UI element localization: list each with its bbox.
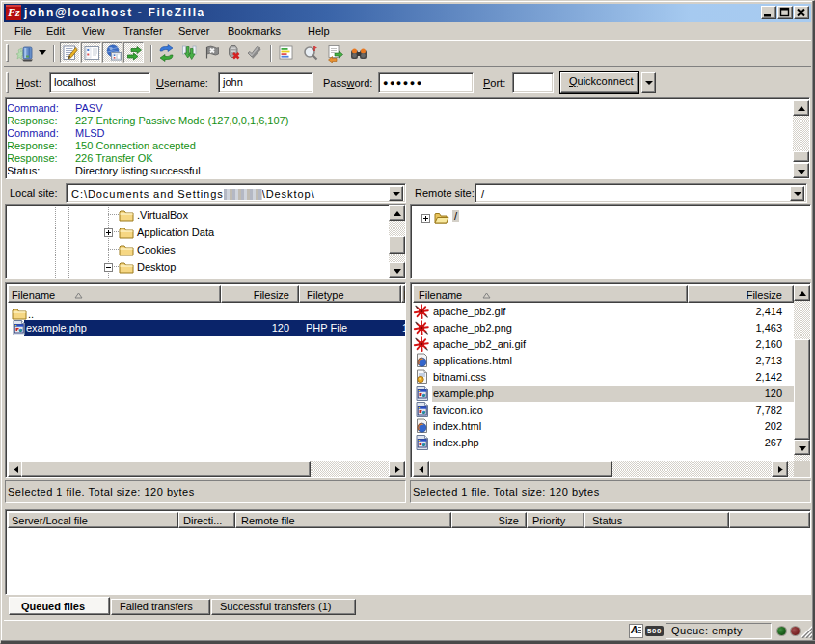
svg-text:Fz: Fz bbox=[7, 6, 20, 19]
